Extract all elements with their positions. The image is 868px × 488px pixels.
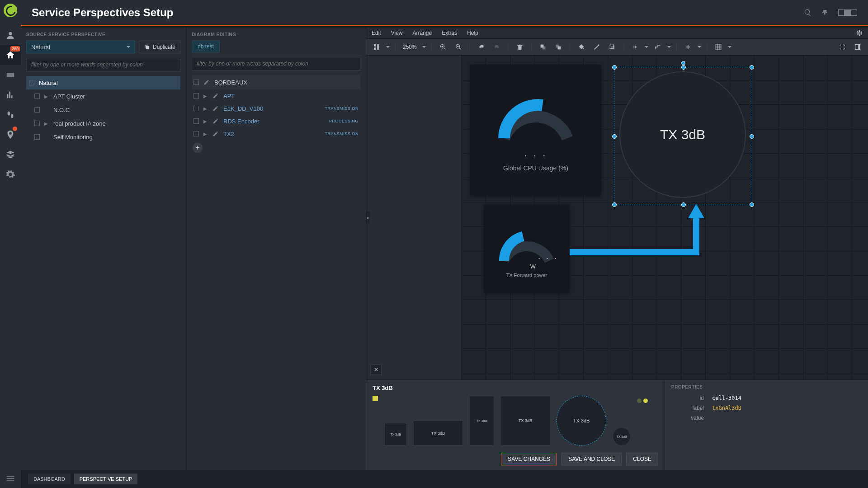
nav-location-icon[interactable] — [0, 125, 21, 145]
chevron-right-icon[interactable]: ▶ — [203, 131, 208, 136]
add-button[interactable]: + — [193, 143, 203, 153]
diagram-item[interactable]: ▶ E1K_DD_V100 TRANSMISSION — [192, 102, 360, 115]
undo-button[interactable] — [476, 41, 487, 53]
filter-icon[interactable] — [821, 9, 829, 17]
resize-handle[interactable] — [612, 134, 617, 139]
panel-expand-handle[interactable]: ▸ — [366, 211, 370, 224]
edit-icon[interactable] — [212, 93, 219, 99]
diagram-item[interactable]: ▶ RDS Encoder PROCESSING — [192, 115, 360, 127]
tree-item[interactable]: ▶ real product IA zone — [26, 117, 180, 130]
menu-view[interactable]: View — [391, 30, 403, 36]
prop-label-value[interactable]: txGnAl3dB — [712, 405, 741, 411]
diagram-header-item[interactable]: BORDEAUX — [192, 75, 360, 89]
chevron-down-icon[interactable] — [386, 46, 390, 50]
save-changes-button[interactable]: SAVE CHANGES — [501, 453, 557, 465]
tree-item[interactable]: N.O.C — [26, 103, 180, 117]
chevron-right-icon[interactable]: ▶ — [44, 121, 49, 126]
table-button[interactable] — [712, 41, 724, 53]
close-button[interactable]: CLOSE — [626, 453, 658, 465]
insert-button[interactable] — [682, 41, 694, 53]
checkbox-icon[interactable] — [193, 118, 199, 124]
tree-item[interactable]: Self Monitoring — [26, 130, 180, 144]
search-icon[interactable] — [804, 9, 812, 17]
edit-icon[interactable] — [212, 131, 219, 137]
layout-toggle[interactable] — [838, 9, 857, 16]
source-filter-input[interactable] — [26, 58, 180, 71]
nav-collapse-icon[interactable] — [0, 474, 21, 483]
connection-button[interactable] — [629, 41, 641, 53]
diagram-filter-input[interactable] — [192, 57, 360, 70]
redo-button[interactable] — [491, 41, 503, 53]
nav-chart-icon[interactable] — [0, 85, 21, 105]
diagram-item[interactable]: ▶ TX2 TRANSMISSION — [192, 127, 360, 140]
format-panel-button[interactable] — [852, 41, 863, 53]
checkbox-icon[interactable] — [34, 134, 40, 140]
shape-preview-selected[interactable]: TX 3dB — [557, 396, 606, 446]
layout-button[interactable] — [371, 41, 382, 53]
nav-settings-icon[interactable] — [0, 164, 21, 184]
checkbox-icon[interactable] — [193, 80, 199, 85]
color-swatch[interactable] — [373, 396, 378, 401]
shape-preview[interactable]: TX 3dB — [384, 423, 407, 446]
edit-icon[interactable] — [212, 105, 219, 112]
resize-handle[interactable] — [750, 134, 754, 139]
menu-arrange[interactable]: Arrange — [412, 30, 432, 36]
to-front-button[interactable] — [537, 41, 549, 53]
chevron-down-icon[interactable] — [645, 46, 648, 50]
checkbox-icon[interactable] — [29, 80, 34, 85]
perspective-select[interactable]: Natural — [26, 41, 135, 53]
chevron-down-icon[interactable] — [728, 46, 731, 50]
checkbox-icon[interactable] — [193, 93, 199, 99]
chevron-right-icon[interactable]: ▶ — [203, 119, 208, 124]
rotate-handle[interactable] — [681, 61, 685, 65]
nav-ticket-icon[interactable] — [0, 65, 21, 85]
tab-perspective-setup[interactable]: PERSPECTIVE SETUP — [74, 474, 138, 484]
shape-preview[interactable]: TX 3dB — [613, 427, 631, 446]
diagram-item[interactable]: ▶ APT — [192, 89, 360, 102]
checkbox-icon[interactable] — [34, 107, 40, 113]
resize-handle[interactable] — [681, 202, 686, 207]
outline-toggle-button[interactable]: ✕ — [371, 364, 382, 375]
waypoints-button[interactable] — [652, 41, 664, 53]
duplicate-button[interactable]: Duplicate — [139, 41, 180, 53]
menu-edit[interactable]: Edit — [372, 30, 381, 36]
resize-handle[interactable] — [612, 65, 617, 70]
chevron-down-icon[interactable] — [698, 46, 701, 50]
checkbox-icon[interactable] — [34, 121, 40, 126]
to-back-button[interactable] — [552, 41, 564, 53]
shadow-button[interactable] — [606, 41, 618, 53]
zoom-out-button[interactable] — [453, 41, 464, 53]
globe-icon[interactable] — [856, 30, 863, 36]
checkbox-icon[interactable] — [193, 106, 199, 111]
tx-forward-power-widget[interactable]: . . . W TX Forward power — [484, 205, 570, 293]
save-and-close-button[interactable]: SAVE AND CLOSE — [561, 453, 622, 465]
nav-stack-icon[interactable] — [0, 145, 21, 164]
delete-button[interactable] — [514, 41, 526, 53]
tree-item[interactable]: ▶ APT Cluster — [26, 89, 180, 103]
zoom-in-button[interactable] — [437, 41, 449, 53]
chevron-down-icon[interactable] — [422, 46, 426, 50]
checkbox-icon[interactable] — [193, 131, 199, 136]
chevron-right-icon[interactable]: ▶ — [203, 106, 208, 111]
fullscreen-button[interactable] — [836, 41, 848, 53]
chevron-down-icon[interactable] — [667, 46, 671, 50]
tree-item-natural[interactable]: Natural — [26, 76, 180, 89]
chevron-right-icon[interactable]: ▶ — [44, 94, 49, 99]
cpu-usage-widget[interactable]: . . . Global CPU Usage (%) — [470, 65, 601, 196]
menu-help[interactable]: Help — [467, 30, 478, 36]
checkbox-icon[interactable] — [34, 94, 40, 99]
shape-preview[interactable]: TX 3dB — [500, 396, 550, 446]
nav-user-icon[interactable] — [0, 25, 21, 45]
nav-home-icon[interactable]: 299 — [0, 45, 21, 65]
resize-handle[interactable] — [750, 65, 754, 70]
connector-arrow[interactable] — [570, 200, 714, 259]
edit-icon[interactable] — [212, 118, 219, 124]
menu-extras[interactable]: Extras — [442, 30, 457, 36]
shape-preview[interactable]: TX 3dB — [469, 396, 494, 446]
chevron-right-icon[interactable]: ▶ — [203, 94, 208, 99]
diagram-canvas[interactable]: ▸ ✕ . . . Global CPU Usage (%) — [366, 56, 868, 380]
stroke-button[interactable] — [591, 41, 603, 53]
resize-handle[interactable] — [681, 65, 686, 70]
nav-steps-icon[interactable] — [0, 105, 21, 125]
resize-handle[interactable] — [750, 202, 754, 207]
